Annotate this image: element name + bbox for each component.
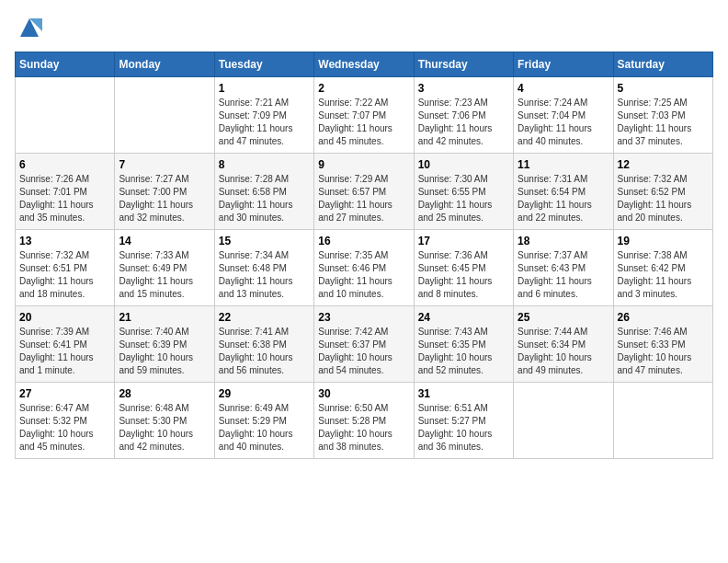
calendar-week-row: 20Sunrise: 7:39 AMSunset: 6:41 PMDayligh… bbox=[16, 306, 713, 383]
day-info: Sunrise: 7:46 AMSunset: 6:33 PMDaylight:… bbox=[618, 326, 709, 377]
calendar-cell: 12Sunrise: 7:32 AMSunset: 6:52 PMDayligh… bbox=[613, 154, 712, 230]
day-info: Sunrise: 7:29 AMSunset: 6:57 PMDaylight:… bbox=[318, 173, 409, 224]
day-info: Sunrise: 7:21 AMSunset: 7:09 PMDaylight:… bbox=[219, 97, 310, 148]
day-number: 11 bbox=[518, 158, 609, 171]
day-number: 29 bbox=[219, 387, 310, 400]
day-info: Sunrise: 7:42 AMSunset: 6:37 PMDaylight:… bbox=[318, 326, 409, 377]
day-number: 6 bbox=[19, 158, 110, 171]
calendar-week-row: 1Sunrise: 7:21 AMSunset: 7:09 PMDaylight… bbox=[16, 77, 713, 154]
day-info: Sunrise: 7:37 AMSunset: 6:43 PMDaylight:… bbox=[518, 249, 609, 301]
calendar-cell: 3Sunrise: 7:23 AMSunset: 7:06 PMDaylight… bbox=[414, 77, 513, 154]
calendar-cell: 26Sunrise: 7:46 AMSunset: 6:33 PMDayligh… bbox=[613, 306, 712, 383]
calendar-cell: 6Sunrise: 7:26 AMSunset: 7:01 PMDaylight… bbox=[16, 154, 115, 230]
day-info: Sunrise: 7:28 AMSunset: 6:58 PMDaylight:… bbox=[219, 173, 310, 224]
day-of-week-header: Wednesday bbox=[314, 52, 414, 77]
day-number: 27 bbox=[19, 387, 110, 400]
day-info: Sunrise: 7:39 AMSunset: 6:41 PMDaylight:… bbox=[19, 326, 110, 377]
day-number: 3 bbox=[418, 82, 509, 95]
day-info: Sunrise: 7:43 AMSunset: 6:35 PMDaylight:… bbox=[418, 326, 509, 377]
calendar-cell: 28Sunrise: 6:48 AMSunset: 5:30 PMDayligh… bbox=[115, 383, 214, 459]
day-info: Sunrise: 7:32 AMSunset: 6:52 PMDaylight:… bbox=[618, 173, 709, 224]
calendar-cell: 15Sunrise: 7:34 AMSunset: 6:48 PMDayligh… bbox=[214, 230, 313, 306]
day-number: 20 bbox=[19, 311, 110, 324]
day-info: Sunrise: 7:24 AMSunset: 7:04 PMDaylight:… bbox=[518, 97, 609, 148]
day-number: 15 bbox=[219, 235, 310, 247]
day-info: Sunrise: 7:33 AMSunset: 6:49 PMDaylight:… bbox=[119, 249, 210, 301]
calendar-cell: 7Sunrise: 7:27 AMSunset: 7:00 PMDaylight… bbox=[115, 154, 214, 230]
calendar-cell: 25Sunrise: 7:44 AMSunset: 6:34 PMDayligh… bbox=[514, 306, 613, 383]
day-info: Sunrise: 7:31 AMSunset: 6:54 PMDaylight:… bbox=[518, 173, 609, 224]
day-info: Sunrise: 6:47 AMSunset: 5:32 PMDaylight:… bbox=[19, 402, 110, 454]
page-header bbox=[15, 15, 713, 40]
day-of-week-header: Tuesday bbox=[214, 52, 313, 77]
day-info: Sunrise: 7:25 AMSunset: 7:03 PMDaylight:… bbox=[618, 97, 709, 148]
logo-icon bbox=[17, 15, 42, 40]
day-number: 18 bbox=[518, 235, 609, 247]
day-info: Sunrise: 6:49 AMSunset: 5:29 PMDaylight:… bbox=[219, 402, 310, 454]
calendar-cell: 29Sunrise: 6:49 AMSunset: 5:29 PMDayligh… bbox=[214, 383, 313, 459]
day-info: Sunrise: 7:27 AMSunset: 7:00 PMDaylight:… bbox=[119, 173, 210, 224]
day-info: Sunrise: 7:41 AMSunset: 6:38 PMDaylight:… bbox=[219, 326, 310, 377]
calendar-week-row: 27Sunrise: 6:47 AMSunset: 5:32 PMDayligh… bbox=[16, 383, 713, 459]
day-number: 25 bbox=[518, 311, 609, 324]
day-info: Sunrise: 6:48 AMSunset: 5:30 PMDaylight:… bbox=[119, 402, 210, 454]
day-of-week-header: Saturday bbox=[613, 52, 712, 77]
day-number: 30 bbox=[318, 387, 409, 400]
calendar-cell: 5Sunrise: 7:25 AMSunset: 7:03 PMDaylight… bbox=[613, 77, 712, 154]
calendar-cell: 30Sunrise: 6:50 AMSunset: 5:28 PMDayligh… bbox=[314, 383, 414, 459]
day-info: Sunrise: 7:30 AMSunset: 6:55 PMDaylight:… bbox=[418, 173, 509, 224]
calendar-cell: 9Sunrise: 7:29 AMSunset: 6:57 PMDaylight… bbox=[314, 154, 414, 230]
day-of-week-header: Sunday bbox=[16, 52, 115, 77]
day-number: 4 bbox=[518, 82, 609, 95]
calendar-cell: 2Sunrise: 7:22 AMSunset: 7:07 PMDaylight… bbox=[314, 77, 414, 154]
day-number: 19 bbox=[618, 235, 709, 247]
day-number: 2 bbox=[318, 82, 409, 95]
day-info: Sunrise: 7:40 AMSunset: 6:39 PMDaylight:… bbox=[119, 326, 210, 377]
calendar-cell: 11Sunrise: 7:31 AMSunset: 6:54 PMDayligh… bbox=[514, 154, 613, 230]
calendar-cell: 24Sunrise: 7:43 AMSunset: 6:35 PMDayligh… bbox=[414, 306, 513, 383]
calendar-cell: 27Sunrise: 6:47 AMSunset: 5:32 PMDayligh… bbox=[16, 383, 115, 459]
calendar-header-row: SundayMondayTuesdayWednesdayThursdayFrid… bbox=[16, 52, 713, 77]
day-number: 14 bbox=[119, 235, 210, 247]
calendar-cell: 13Sunrise: 7:32 AMSunset: 6:51 PMDayligh… bbox=[16, 230, 115, 306]
calendar-cell: 10Sunrise: 7:30 AMSunset: 6:55 PMDayligh… bbox=[414, 154, 513, 230]
day-number: 28 bbox=[119, 387, 210, 400]
calendar-week-row: 6Sunrise: 7:26 AMSunset: 7:01 PMDaylight… bbox=[16, 154, 713, 230]
day-info: Sunrise: 6:50 AMSunset: 5:28 PMDaylight:… bbox=[318, 402, 409, 454]
calendar-cell: 16Sunrise: 7:35 AMSunset: 6:46 PMDayligh… bbox=[314, 230, 414, 306]
day-number: 16 bbox=[318, 235, 409, 247]
calendar-cell: 22Sunrise: 7:41 AMSunset: 6:38 PMDayligh… bbox=[214, 306, 313, 383]
calendar-cell: 1Sunrise: 7:21 AMSunset: 7:09 PMDaylight… bbox=[214, 77, 313, 154]
day-info: Sunrise: 7:22 AMSunset: 7:07 PMDaylight:… bbox=[318, 97, 409, 148]
calendar-cell: 14Sunrise: 7:33 AMSunset: 6:49 PMDayligh… bbox=[115, 230, 214, 306]
day-of-week-header: Friday bbox=[514, 52, 613, 77]
calendar-cell: 19Sunrise: 7:38 AMSunset: 6:42 PMDayligh… bbox=[613, 230, 712, 306]
day-info: Sunrise: 7:44 AMSunset: 6:34 PMDaylight:… bbox=[518, 326, 609, 377]
calendar-cell bbox=[514, 383, 613, 459]
day-info: Sunrise: 7:34 AMSunset: 6:48 PMDaylight:… bbox=[219, 249, 310, 301]
day-number: 31 bbox=[418, 387, 509, 400]
day-info: Sunrise: 7:32 AMSunset: 6:51 PMDaylight:… bbox=[19, 249, 110, 301]
day-of-week-header: Thursday bbox=[414, 52, 513, 77]
calendar-cell: 18Sunrise: 7:37 AMSunset: 6:43 PMDayligh… bbox=[514, 230, 613, 306]
calendar-week-row: 13Sunrise: 7:32 AMSunset: 6:51 PMDayligh… bbox=[16, 230, 713, 306]
day-info: Sunrise: 7:35 AMSunset: 6:46 PMDaylight:… bbox=[318, 249, 409, 301]
day-number: 24 bbox=[418, 311, 509, 324]
day-number: 23 bbox=[318, 311, 409, 324]
day-number: 21 bbox=[119, 311, 210, 324]
day-number: 7 bbox=[119, 158, 210, 171]
calendar-cell: 17Sunrise: 7:36 AMSunset: 6:45 PMDayligh… bbox=[414, 230, 513, 306]
calendar-cell: 31Sunrise: 6:51 AMSunset: 5:27 PMDayligh… bbox=[414, 383, 513, 459]
day-number: 9 bbox=[318, 158, 409, 171]
day-number: 17 bbox=[418, 235, 509, 247]
day-info: Sunrise: 7:26 AMSunset: 7:01 PMDaylight:… bbox=[19, 173, 110, 224]
day-number: 12 bbox=[618, 158, 709, 171]
day-info: Sunrise: 6:51 AMSunset: 5:27 PMDaylight:… bbox=[418, 402, 509, 454]
calendar-cell: 20Sunrise: 7:39 AMSunset: 6:41 PMDayligh… bbox=[16, 306, 115, 383]
calendar-cell bbox=[115, 77, 214, 154]
calendar-table: SundayMondayTuesdayWednesdayThursdayFrid… bbox=[15, 52, 713, 459]
day-number: 13 bbox=[19, 235, 110, 247]
calendar-cell: 8Sunrise: 7:28 AMSunset: 6:58 PMDaylight… bbox=[214, 154, 313, 230]
day-info: Sunrise: 7:36 AMSunset: 6:45 PMDaylight:… bbox=[418, 249, 509, 301]
calendar-cell bbox=[613, 383, 712, 459]
